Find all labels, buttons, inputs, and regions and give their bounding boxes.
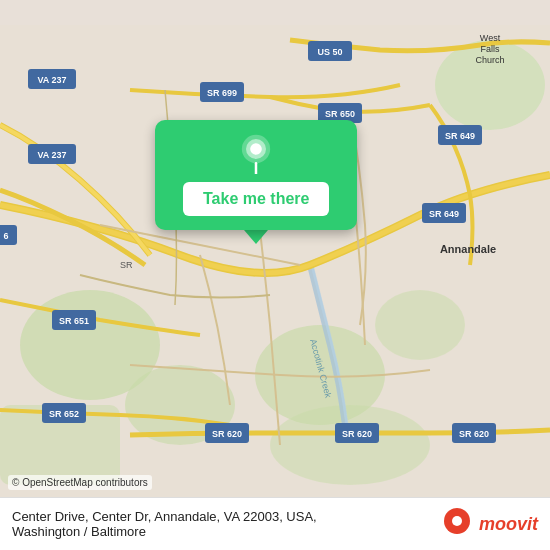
svg-text:SR 620: SR 620 [212,429,242,439]
svg-point-7 [270,405,430,485]
popup-tail [244,230,268,244]
svg-text:SR 651: SR 651 [59,316,89,326]
svg-text:Falls: Falls [480,44,500,54]
svg-text:SR 650: SR 650 [325,109,355,119]
svg-text:VA 237: VA 237 [37,150,66,160]
svg-text:SR: SR [120,260,133,270]
city-line: Washington / Baltimore [12,524,146,539]
svg-text:West: West [480,33,501,43]
moovit-logo: moovit [439,506,538,542]
moovit-icon [439,506,475,542]
svg-text:VA 237: VA 237 [37,75,66,85]
popup-container: Take me there [155,120,357,244]
svg-text:SR 649: SR 649 [445,131,475,141]
osm-copyright-text: © OpenStreetMap contributors [12,477,148,488]
map-container: VA 237 VA 237 US 50 SR 699 SR 650 SR 649… [0,0,550,550]
svg-text:SR 620: SR 620 [459,429,489,439]
location-pin-icon [236,134,276,174]
svg-text:Annandale: Annandale [440,243,496,255]
svg-text:US 50: US 50 [317,47,342,57]
address-info: Center Drive, Center Dr, Annandale, VA 2… [12,509,317,539]
bottom-bar: Center Drive, Center Dr, Annandale, VA 2… [0,497,550,550]
svg-point-44 [452,516,462,526]
svg-point-42 [250,143,262,155]
take-me-there-button[interactable]: Take me there [183,182,329,216]
svg-text:SR 620: SR 620 [342,429,372,439]
map-background: VA 237 VA 237 US 50 SR 699 SR 650 SR 649… [0,0,550,550]
svg-text:SR 649: SR 649 [429,209,459,219]
address-text: Center Drive, Center Dr, Annandale, VA 2… [12,509,317,539]
svg-text:SR 699: SR 699 [207,88,237,98]
svg-text:Church: Church [475,55,504,65]
osm-copyright: © OpenStreetMap contributors [8,475,152,490]
moovit-text: moovit [479,514,538,535]
svg-point-4 [375,290,465,360]
popup-box: Take me there [155,120,357,230]
svg-text:SR 652: SR 652 [49,409,79,419]
address-line: Center Drive, Center Dr, Annandale, VA 2… [12,509,317,524]
svg-text:6: 6 [3,231,8,241]
